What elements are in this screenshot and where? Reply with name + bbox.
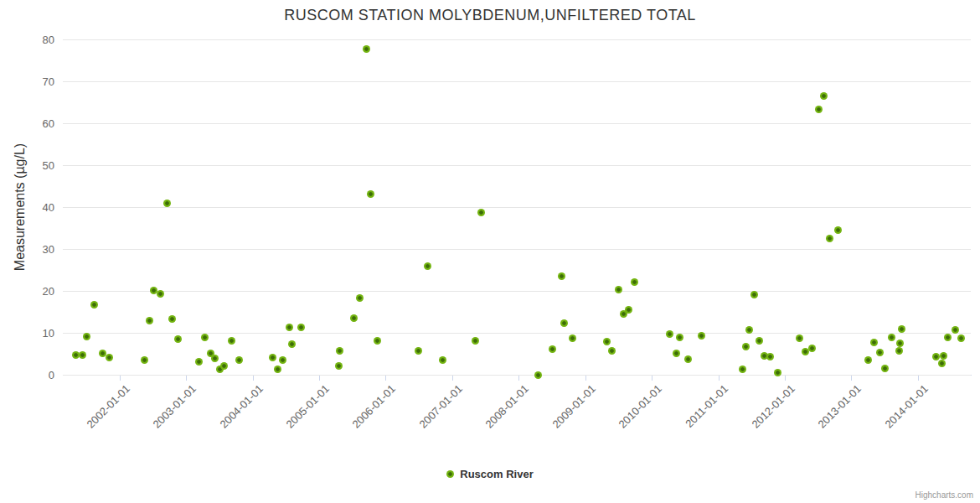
- data-point[interactable]: [106, 354, 113, 361]
- data-point[interactable]: [269, 354, 276, 361]
- data-point[interactable]: [274, 366, 281, 373]
- y-tick-label: 80: [0, 34, 54, 46]
- x-tick-mark: [585, 376, 586, 381]
- data-point[interactable]: [895, 347, 903, 355]
- data-point[interactable]: [201, 334, 209, 341]
- gridline: [63, 249, 971, 250]
- data-point[interactable]: [336, 347, 343, 355]
- data-point[interactable]: [750, 291, 758, 298]
- data-point[interactable]: [415, 347, 422, 355]
- data-point[interactable]: [684, 355, 692, 363]
- data-point[interactable]: [472, 337, 479, 345]
- data-point[interactable]: [141, 356, 148, 364]
- x-tick-label: 2007-01-01: [416, 382, 465, 431]
- data-point[interactable]: [676, 334, 683, 341]
- x-tick-mark: [385, 376, 386, 381]
- data-point[interactable]: [932, 353, 940, 360]
- data-point[interactable]: [356, 294, 364, 302]
- data-point[interactable]: [826, 235, 833, 242]
- data-point[interactable]: [288, 340, 296, 348]
- data-point[interactable]: [90, 301, 98, 309]
- x-tick-mark: [253, 376, 254, 381]
- data-point[interactable]: [228, 337, 235, 345]
- data-point[interactable]: [163, 200, 171, 207]
- data-point[interactable]: [698, 332, 705, 340]
- data-point[interactable]: [888, 334, 895, 341]
- data-point[interactable]: [625, 306, 632, 314]
- data-point[interactable]: [603, 338, 611, 345]
- data-point[interactable]: [673, 350, 680, 357]
- credits-link[interactable]: Highcharts.com: [916, 490, 973, 500]
- data-point[interactable]: [220, 362, 228, 370]
- data-point[interactable]: [195, 358, 203, 366]
- data-point[interactable]: [83, 333, 90, 340]
- data-point[interactable]: [211, 355, 219, 362]
- data-point[interactable]: [157, 290, 164, 298]
- data-point[interactable]: [477, 209, 485, 216]
- x-tick-label: 2003-01-01: [151, 382, 199, 431]
- x-tick-label: 2009-01-01: [549, 382, 598, 431]
- data-point[interactable]: [174, 335, 182, 343]
- data-point[interactable]: [608, 347, 616, 355]
- x-tick-mark: [918, 376, 919, 381]
- data-point[interactable]: [938, 360, 946, 367]
- data-point[interactable]: [79, 351, 86, 359]
- chart-root: RUSCOM STATION MOLYBDENUM,UNFILTERED TOT…: [0, 0, 980, 503]
- data-point[interactable]: [820, 92, 828, 100]
- data-point[interactable]: [808, 345, 816, 352]
- data-point[interactable]: [424, 262, 431, 270]
- x-tick-label: 2014-01-01: [882, 382, 931, 431]
- data-point[interactable]: [297, 324, 305, 331]
- data-point[interactable]: [870, 339, 878, 346]
- data-point[interactable]: [666, 330, 673, 338]
- y-tick-label: 70: [0, 75, 54, 88]
- legend-item-ruscom-river[interactable]: Ruscom River: [446, 468, 533, 480]
- data-point[interactable]: [374, 337, 381, 345]
- gridline: [63, 81, 971, 82]
- data-point[interactable]: [864, 356, 872, 364]
- data-point[interactable]: [558, 272, 565, 280]
- data-point[interactable]: [615, 286, 622, 293]
- data-point[interactable]: [881, 365, 889, 372]
- data-point[interactable]: [560, 319, 568, 327]
- data-point[interactable]: [952, 326, 959, 334]
- data-point[interactable]: [286, 324, 293, 331]
- gridline: [63, 375, 971, 376]
- data-point[interactable]: [876, 349, 884, 356]
- data-point[interactable]: [815, 106, 823, 113]
- data-point[interactable]: [168, 315, 176, 323]
- data-point[interactable]: [796, 334, 803, 342]
- x-tick-label: 2011-01-01: [683, 382, 731, 430]
- legend-marker-icon: [446, 470, 454, 478]
- data-point[interactable]: [745, 326, 753, 334]
- data-point[interactable]: [439, 356, 446, 364]
- data-point[interactable]: [335, 362, 343, 370]
- data-point[interactable]: [896, 340, 904, 347]
- x-tick-mark: [851, 376, 852, 381]
- data-point[interactable]: [279, 356, 286, 364]
- data-point[interactable]: [367, 190, 374, 198]
- data-point[interactable]: [739, 366, 746, 373]
- data-point[interactable]: [802, 348, 809, 355]
- legend: Ruscom River: [0, 468, 980, 480]
- data-point[interactable]: [898, 325, 905, 333]
- x-tick-label: 2008-01-01: [483, 382, 532, 431]
- data-point[interactable]: [549, 345, 556, 353]
- data-point[interactable]: [766, 353, 774, 360]
- data-point[interactable]: [944, 334, 952, 341]
- gridline: [63, 291, 971, 292]
- data-point[interactable]: [940, 352, 947, 360]
- x-tick-mark: [518, 376, 519, 381]
- data-point[interactable]: [834, 226, 842, 234]
- data-point[interactable]: [146, 317, 153, 324]
- data-point[interactable]: [756, 337, 763, 345]
- data-point[interactable]: [534, 371, 542, 379]
- data-point[interactable]: [957, 334, 965, 342]
- data-point[interactable]: [363, 45, 370, 53]
- data-point[interactable]: [235, 356, 243, 364]
- x-tick-label: 2004-01-01: [217, 382, 266, 431]
- data-point[interactable]: [350, 314, 358, 322]
- data-point[interactable]: [742, 343, 750, 350]
- data-point[interactable]: [631, 278, 638, 286]
- data-point[interactable]: [569, 334, 576, 342]
